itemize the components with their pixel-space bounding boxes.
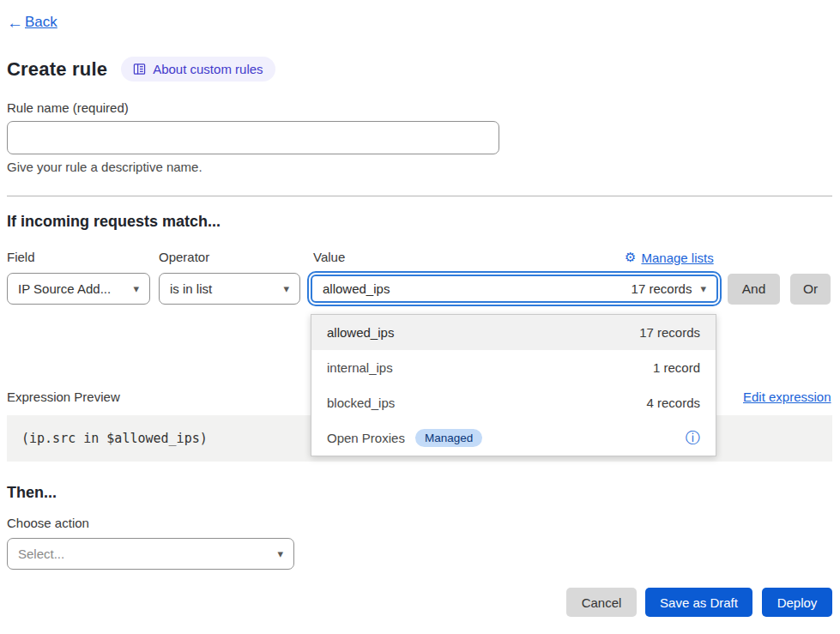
back-link-label[interactable]: Back xyxy=(25,14,57,31)
rule-name-input[interactable] xyxy=(7,121,499,154)
chevron-down-icon: ▾ xyxy=(700,282,706,295)
value-label: Value xyxy=(313,250,345,264)
field-select-value: IP Source Add... xyxy=(18,281,111,296)
action-select-placeholder: Select... xyxy=(18,546,64,561)
choose-action-label: Choose action xyxy=(7,516,89,530)
managed-badge: Managed xyxy=(415,429,482,447)
field-label: Field xyxy=(7,250,35,264)
book-icon xyxy=(133,63,146,75)
then-section-heading: Then... xyxy=(7,484,57,502)
operator-select[interactable]: is in list ▾ xyxy=(159,273,300,305)
title-row: Create rule About custom rules xyxy=(7,57,275,82)
operator-label: Operator xyxy=(159,250,209,264)
cancel-button[interactable]: Cancel xyxy=(566,588,637,617)
manage-lists-label[interactable]: Manage lists xyxy=(641,251,713,265)
expression-code: (ip.src in $allowed_ips) xyxy=(21,431,208,446)
action-select[interactable]: Select... ▾ xyxy=(7,538,294,570)
value-combobox[interactable]: allowed_ips 17 records ▾ xyxy=(307,271,722,306)
list-item-name: internal_ips xyxy=(327,360,393,375)
about-custom-rules-link[interactable]: About custom rules xyxy=(121,57,275,82)
chevron-down-icon: ▾ xyxy=(133,282,139,295)
value-combobox-inner: allowed_ips 17 records ▾ xyxy=(311,275,718,303)
list-item-record-count: 17 records xyxy=(639,325,700,340)
manage-lists-link[interactable]: ⚙ Manage lists xyxy=(625,250,714,265)
back-link[interactable]: ←Back xyxy=(7,14,57,31)
list-item-name: allowed_ips xyxy=(327,325,394,340)
and-button[interactable]: And xyxy=(728,274,780,305)
chevron-down-icon: ▾ xyxy=(277,547,283,560)
page-title: Create rule xyxy=(7,58,107,81)
value-dropdown-panel: allowed_ips 17 records internal_ips 1 re… xyxy=(311,314,716,456)
rule-name-label: Rule name (required) xyxy=(7,100,129,115)
value-records-count: 17 records xyxy=(632,281,692,296)
list-item-record-count: 1 record xyxy=(653,360,700,375)
list-item-open-proxies[interactable]: Open Proxies Managed ⓘ xyxy=(311,420,716,456)
list-item-allowed-ips[interactable]: allowed_ips 17 records xyxy=(311,315,716,350)
gear-icon: ⚙ xyxy=(625,250,636,265)
info-icon[interactable]: ⓘ xyxy=(686,431,700,445)
or-button[interactable]: Or xyxy=(790,274,831,305)
list-item-internal-ips[interactable]: internal_ips 1 record xyxy=(311,350,716,385)
about-badge-label: About custom rules xyxy=(153,62,263,76)
operator-select-value: is in list xyxy=(170,281,212,296)
create-rule-page: ←Back Create rule About custom rules Rul… xyxy=(0,0,840,634)
expression-preview-label: Expression Preview xyxy=(7,389,120,404)
edit-expression-link[interactable]: Edit expression xyxy=(743,389,831,404)
field-select[interactable]: IP Source Add... ▾ xyxy=(7,273,150,305)
chevron-down-icon: ▾ xyxy=(283,282,289,295)
list-item-name: Open Proxies xyxy=(327,431,405,445)
value-combobox-value: allowed_ips xyxy=(323,281,390,296)
deploy-button[interactable]: Deploy xyxy=(762,588,832,617)
back-arrow-icon: ← xyxy=(7,15,23,31)
list-item-record-count: 4 records xyxy=(646,395,700,410)
section-divider xyxy=(7,196,832,196)
match-section-heading: If incoming requests match... xyxy=(7,213,221,231)
list-item-name: blocked_ips xyxy=(327,395,395,410)
rule-name-helper: Give your rule a descriptive name. xyxy=(7,160,202,174)
list-item-blocked-ips[interactable]: blocked_ips 4 records xyxy=(311,385,716,420)
save-as-draft-button[interactable]: Save as Draft xyxy=(645,588,752,617)
